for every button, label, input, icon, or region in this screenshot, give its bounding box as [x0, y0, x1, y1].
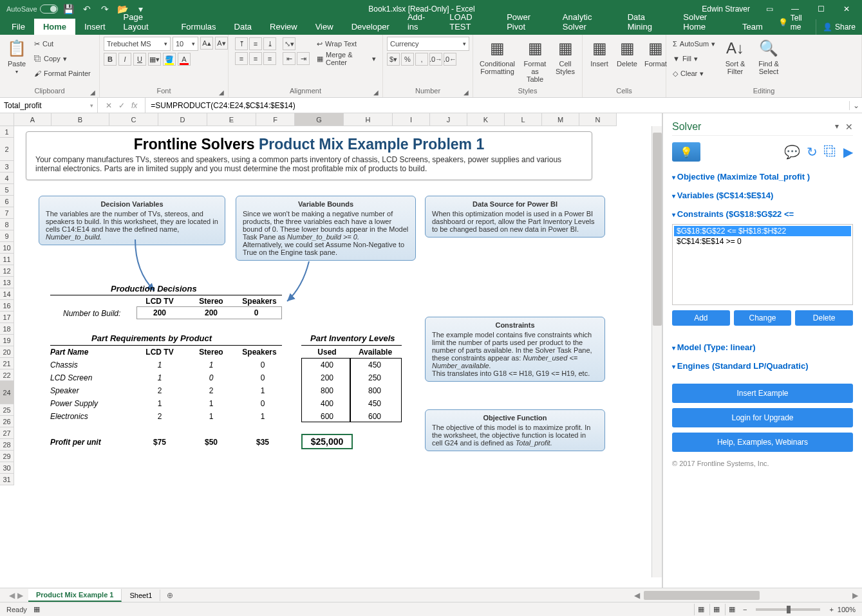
cancel-formula-icon[interactable]: ✕	[106, 101, 112, 110]
section-variables[interactable]: Variables ($C$14:$E$14)	[672, 184, 853, 203]
fx-icon[interactable]: fx	[131, 101, 137, 110]
decrease-decimal-icon[interactable]: .0←	[444, 53, 456, 66]
add-sheet-icon[interactable]: ⊕	[160, 591, 180, 600]
orientation-icon[interactable]: ⤡▾	[283, 37, 295, 50]
tab-view[interactable]: View	[306, 19, 342, 35]
section-constraints[interactable]: Constraints ($G$18:$G$22 <=	[672, 203, 853, 221]
zoom-out-icon[interactable]: −	[743, 606, 747, 613]
clear-button[interactable]: ◇Clear ▾	[670, 66, 718, 80]
list-item[interactable]: $G$18:$G$22 <= $H$18:$H$22	[674, 226, 851, 236]
enter-formula-icon[interactable]: ✓	[118, 101, 125, 110]
comma-icon[interactable]: ,	[415, 53, 428, 66]
sheet-tab-active[interactable]: Product Mix Example 1	[28, 589, 122, 602]
zoom-level[interactable]: 100%	[838, 606, 856, 613]
vertical-scrollbar[interactable]	[651, 126, 662, 577]
find-select-button[interactable]: 🔍Find & Select	[753, 37, 785, 77]
increase-decimal-icon[interactable]: .0→	[429, 53, 442, 66]
horizontal-scrollbar[interactable]	[644, 591, 848, 600]
login-upgrade-button[interactable]: Login for Upgrade	[672, 408, 853, 427]
zoom-in-icon[interactable]: +	[829, 606, 833, 613]
worksheet[interactable]: A B C D E F G H I J K L M N 123456789101…	[0, 113, 662, 588]
tab-analytic-solver[interactable]: Analytic Solver	[554, 9, 619, 35]
macro-record-icon[interactable]: ▦	[33, 605, 40, 613]
tab-addins[interactable]: Add-ins	[398, 9, 440, 35]
tab-file[interactable]: File	[3, 19, 34, 35]
add-button[interactable]: Add	[672, 310, 730, 326]
tab-home[interactable]: Home	[34, 19, 75, 35]
font-color-button[interactable]: A	[178, 53, 191, 66]
align-right-icon[interactable]: ≡	[263, 52, 276, 65]
wrap-text-button[interactable]: ↩Wrap Text	[314, 37, 379, 51]
section-engines[interactable]: Engines (Standard LP/Quadratic)	[672, 355, 853, 373]
column-headers[interactable]: A B C D E F G H I J K L M N	[14, 113, 617, 126]
align-bottom-icon[interactable]: ⤓	[263, 37, 276, 50]
tab-review[interactable]: Review	[261, 19, 306, 35]
sheet-nav-next-icon[interactable]: ▶	[17, 591, 23, 600]
page-break-view-icon[interactable]: ▦	[725, 604, 739, 615]
pane-close-icon[interactable]: ✕	[845, 122, 853, 132]
font-size-select[interactable]: 10▾	[173, 37, 198, 51]
insert-cells-button[interactable]: ▦Insert	[586, 37, 612, 69]
change-button[interactable]: Change	[734, 310, 792, 326]
name-box[interactable]: Total_profit▾	[0, 98, 98, 113]
formula-input[interactable]: =SUMPRODUCT(C24:E24,$C$14:$E$14)	[145, 101, 849, 110]
zoom-slider[interactable]	[756, 608, 820, 611]
format-as-table-button[interactable]: ▦Format as Table	[520, 37, 550, 84]
page-layout-view-icon[interactable]: ▦	[709, 604, 724, 615]
font-name-select[interactable]: Trebuchet MS▾	[104, 37, 171, 51]
row-headers[interactable]: 1234567891011121314161718192021222425262…	[0, 126, 14, 485]
chat-icon[interactable]: 💬	[784, 144, 800, 160]
tab-data-mining[interactable]: Data Mining	[619, 9, 675, 35]
help-examples-button[interactable]: Help, Examples, Webinars	[672, 433, 853, 452]
constraints-list[interactable]: $G$18:$G$22 <= $H$18:$H$22 $C$14:$E$14 >…	[672, 224, 853, 305]
save-icon[interactable]: 💾	[62, 2, 76, 16]
expand-formula-bar-icon[interactable]: ⌄	[849, 101, 862, 110]
refresh-icon[interactable]: ↻	[807, 144, 818, 160]
dialog-launcher-icon[interactable]: ◢	[90, 89, 95, 96]
increase-indent-icon[interactable]: ⇥	[297, 52, 310, 65]
section-model[interactable]: Model (Type: linear)	[672, 336, 853, 355]
tab-formulas[interactable]: Formulas	[172, 19, 225, 35]
select-all-button[interactable]	[0, 113, 14, 126]
redo-icon[interactable]: ↷	[98, 2, 112, 16]
tab-powerpivot[interactable]: Power Pivot	[498, 9, 554, 35]
list-item[interactable]: $C$14:$E$14 >= 0	[674, 236, 851, 247]
align-center-icon[interactable]: ≡	[249, 52, 262, 65]
sort-filter-button[interactable]: A↓Sort & Filter	[720, 37, 751, 77]
close-icon[interactable]: ✕	[834, 0, 859, 18]
pane-options-icon[interactable]: ▾	[835, 122, 839, 132]
dialog-launcher-icon[interactable]: ◢	[464, 89, 469, 96]
conditional-formatting-button[interactable]: ▦Conditional Formatting	[477, 37, 518, 77]
underline-button[interactable]: U	[133, 53, 146, 66]
dialog-launcher-icon[interactable]: ◢	[219, 89, 224, 96]
tab-team[interactable]: Team	[733, 19, 772, 35]
run-icon[interactable]: ▶	[843, 144, 853, 160]
italic-button[interactable]: I	[118, 53, 131, 66]
cell-styles-button[interactable]: ▦Cell Styles	[552, 37, 578, 77]
currency-icon[interactable]: $▾	[387, 53, 400, 66]
copy-button[interactable]: ⿻Copy ▾	[32, 51, 93, 66]
dialog-launcher-icon[interactable]: ◢	[373, 89, 379, 96]
undo-icon[interactable]: ↶	[80, 2, 94, 16]
tab-data[interactable]: Data	[225, 19, 261, 35]
align-middle-icon[interactable]: ≡	[249, 37, 262, 50]
increase-font-icon[interactable]: A▴	[200, 37, 213, 50]
tell-me[interactable]: 💡Tell me	[772, 10, 816, 35]
solver-hint-icon[interactable]: 💡	[672, 142, 700, 162]
tab-page-layout[interactable]: Page Layout	[115, 9, 173, 35]
merge-center-button[interactable]: ▦Merge & Center ▾	[314, 51, 379, 66]
autosum-button[interactable]: ΣAutoSum ▾	[670, 37, 718, 51]
share-button[interactable]: 👤Share	[816, 19, 862, 35]
fill-color-button[interactable]: 🪣	[163, 53, 176, 66]
number-format-select[interactable]: Currency▾	[387, 37, 469, 51]
copy-model-icon[interactable]: ⿻	[824, 144, 837, 160]
format-cells-button[interactable]: ▦Format	[642, 37, 670, 69]
autosave-toggle[interactable]: AutoSave	[3, 5, 62, 14]
cell-total-profit[interactable]: $25,000	[301, 434, 353, 449]
format-painter-button[interactable]: 🖌Format Painter	[32, 66, 93, 80]
scroll-left-icon[interactable]: ◀	[630, 591, 644, 600]
sheet-nav-prev-icon[interactable]: ◀	[9, 591, 15, 600]
normal-view-icon[interactable]: ▦	[694, 604, 708, 615]
cut-button[interactable]: ✂Cut	[32, 37, 93, 51]
sheet-tab[interactable]: Sheet1	[122, 590, 160, 601]
